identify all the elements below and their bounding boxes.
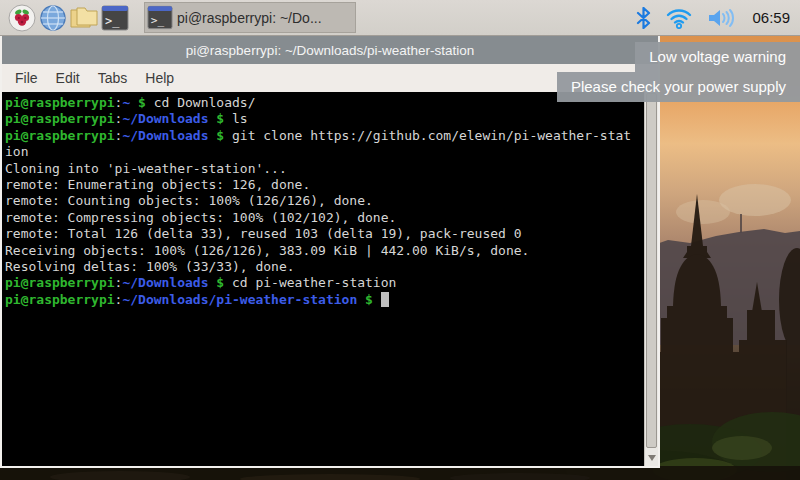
globe-icon: [39, 4, 67, 32]
terminal-content[interactable]: pi@raspberrypi:~ $ cd Downloads/pi@raspb…: [2, 92, 644, 466]
scrollbar[interactable]: [644, 92, 658, 466]
svg-text:>_: >_: [151, 14, 165, 27]
scrollbar-down-arrow[interactable]: [645, 452, 658, 464]
folder-icon: [69, 5, 99, 31]
notification-low-voltage[interactable]: Low voltage warning: [635, 42, 800, 72]
terminal-line: pi@raspberrypi:~/Downloads/pi-weather-st…: [5, 292, 644, 308]
system-tray: 06:59: [636, 7, 800, 29]
terminal-icon: >_: [147, 5, 173, 30]
taskbar: >_ >_ pi@raspberrypi: ~/Do...: [0, 0, 800, 36]
menu-tabs[interactable]: Tabs: [89, 66, 137, 90]
svg-text:>_: >_: [105, 14, 120, 28]
terminal-line: remote: Total 126 (delta 33), reused 103…: [5, 226, 644, 242]
clock[interactable]: 06:59: [752, 9, 790, 26]
bluetooth-icon[interactable]: [636, 7, 651, 29]
raspberry-menu-icon: [8, 4, 36, 32]
notification-text: Low voltage warning: [649, 48, 786, 65]
terminal-line: remote: Counting objects: 100% (126/126)…: [5, 193, 644, 209]
notification-stack: Low voltage warning Please check your po…: [557, 42, 800, 102]
menu-edit[interactable]: Edit: [47, 66, 89, 90]
terminal-line: remote: Compressing objects: 100% (102/1…: [5, 210, 644, 226]
task-button-label: pi@raspberrypi: ~/Do...: [177, 10, 322, 26]
filemanager-launcher[interactable]: [68, 2, 99, 33]
terminal-line: pi@raspberrypi:~/Downloads $ git clone h…: [5, 128, 644, 144]
terminal-line: pi@raspberrypi:~/Downloads $ ls: [5, 111, 644, 127]
scrollbar-thumb[interactable]: [646, 93, 657, 448]
terminal-cursor: [381, 292, 389, 307]
terminal-area: pi@raspberrypi:~ $ cd Downloads/pi@raspb…: [2, 92, 658, 466]
notification-power-supply[interactable]: Please check your power supply: [557, 72, 800, 102]
volume-icon[interactable]: [707, 7, 737, 29]
desktop-root: { "taskbar": { "menu_icon": "raspberry-m…: [0, 0, 800, 480]
task-button-terminal[interactable]: >_ pi@raspberrypi: ~/Do...: [144, 2, 356, 33]
wifi-icon[interactable]: [666, 7, 692, 29]
terminal-line: pi@raspberrypi:~/Downloads $ cd pi-weath…: [5, 275, 644, 291]
browser-launcher[interactable]: [37, 2, 68, 33]
notification-text: Please check your power supply: [571, 78, 786, 95]
window-title: pi@raspberrypi: ~/Downloads/pi-weather-s…: [186, 43, 475, 58]
menu-button[interactable]: [6, 2, 37, 33]
terminal-icon: >_: [101, 5, 129, 31]
terminal-line: Resolving deltas: 100% (33/33), done.: [5, 259, 644, 275]
terminal-launcher[interactable]: >_: [99, 2, 130, 33]
terminal-line: Cloning into 'pi-weather-station'...: [5, 161, 644, 177]
terminal-line: ion: [5, 144, 644, 160]
down-triangle-icon: [648, 455, 656, 461]
menu-help[interactable]: Help: [136, 66, 183, 90]
terminal-line: pi@raspberrypi:~ $ cd Downloads/: [5, 95, 644, 111]
menu-file[interactable]: File: [6, 66, 47, 90]
terminal-line: Receiving objects: 100% (126/126), 383.0…: [5, 243, 644, 259]
terminal-line: remote: Enumerating objects: 126, done.: [5, 177, 644, 193]
